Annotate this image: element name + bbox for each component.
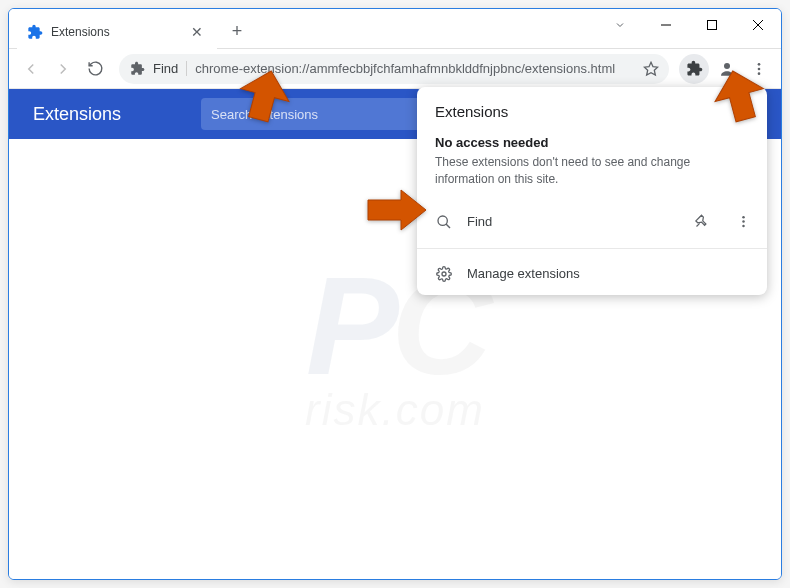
manage-extensions-label: Manage extensions [467, 266, 580, 281]
extension-item-name: Find [467, 214, 673, 229]
reload-button[interactable] [81, 55, 109, 83]
maximize-button[interactable] [689, 9, 735, 41]
popup-section-desc: These extensions don't need to see and c… [435, 154, 749, 188]
svg-point-11 [438, 216, 447, 225]
page-title: Extensions [33, 104, 121, 125]
tab-search-caret-icon[interactable] [603, 9, 637, 41]
svg-point-15 [742, 220, 745, 223]
bookmark-star-icon[interactable] [643, 61, 659, 77]
arrow-annotation [710, 70, 770, 132]
svg-point-14 [742, 216, 745, 219]
svg-marker-20 [710, 70, 770, 126]
svg-marker-19 [368, 190, 426, 230]
extension-item[interactable]: Find [417, 200, 767, 244]
gear-icon [435, 265, 453, 283]
titlebar: Extensions ✕ + [9, 9, 781, 49]
svg-marker-4 [644, 62, 657, 75]
extension-icon [129, 61, 145, 77]
puzzle-icon [27, 24, 43, 40]
popup-title: Extensions [435, 103, 508, 120]
arrow-annotation [234, 70, 294, 132]
extensions-button[interactable] [679, 54, 709, 84]
close-window-button[interactable] [735, 9, 781, 41]
svg-line-13 [696, 223, 699, 226]
svg-point-5 [724, 63, 730, 69]
manage-extensions-button[interactable]: Manage extensions [417, 253, 767, 295]
svg-point-17 [442, 272, 446, 276]
forward-button[interactable] [49, 55, 77, 83]
svg-point-6 [758, 63, 761, 66]
svg-marker-18 [234, 70, 294, 126]
back-button[interactable] [17, 55, 45, 83]
new-tab-button[interactable]: + [223, 17, 251, 45]
close-tab-icon[interactable]: ✕ [189, 24, 205, 40]
svg-rect-1 [708, 21, 717, 30]
tab-title: Extensions [51, 25, 181, 39]
browser-tab[interactable]: Extensions ✕ [17, 15, 217, 49]
arrow-annotation [362, 186, 426, 238]
window-controls [603, 9, 781, 41]
toolbar: Find chrome-extension://ammfecbbjfchfamh… [9, 49, 781, 89]
omnibox-chip: Find [153, 61, 187, 76]
more-icon[interactable] [729, 208, 757, 236]
svg-point-16 [742, 225, 745, 228]
address-bar[interactable]: Find chrome-extension://ammfecbbjfchfamh… [119, 54, 669, 84]
popup-section-title: No access needed [435, 135, 749, 150]
minimize-button[interactable] [643, 9, 689, 41]
find-extension-icon [435, 213, 453, 231]
pin-icon[interactable] [687, 208, 715, 236]
divider [417, 248, 767, 249]
svg-line-12 [446, 224, 450, 228]
